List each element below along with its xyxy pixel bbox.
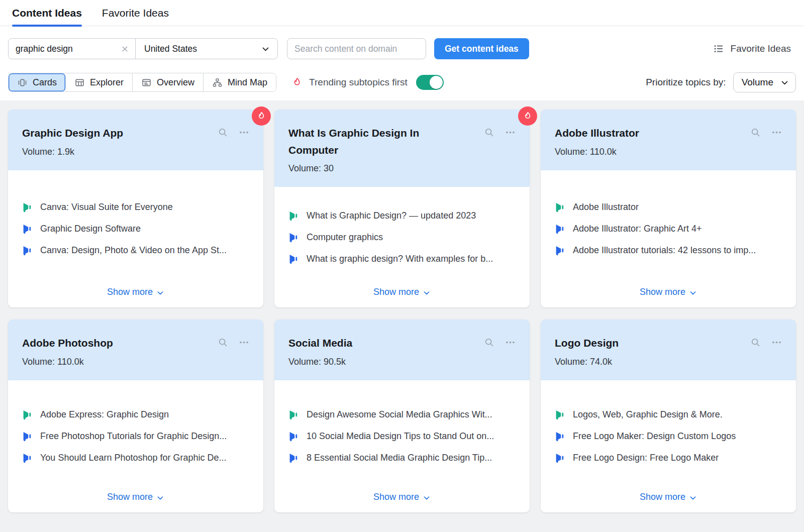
view-mindmap-button[interactable]: Mind Map	[204, 73, 276, 91]
card-header: Social Media Volume: 90.5k	[274, 320, 530, 380]
subtopic-headline[interactable]: Canva: Design, Photo & Video on the App …	[22, 245, 249, 256]
more-options-icon[interactable]	[771, 337, 782, 348]
megaphone-icon	[22, 224, 33, 234]
search-icon[interactable]	[750, 127, 761, 138]
show-more-link[interactable]: Show more	[555, 284, 782, 297]
topic-card: Logo Design Volume: 74.0k Logos, Web, Gr…	[541, 320, 796, 512]
megaphone-icon	[22, 202, 33, 212]
search-icon[interactable]	[484, 127, 494, 138]
subtopic-headline[interactable]: Adobe Express: Graphic Design	[22, 409, 249, 420]
search-toolbar: United States Get content ideas Favorite…	[8, 38, 796, 59]
keyword-search-input[interactable]	[16, 44, 117, 54]
chevron-down-icon	[261, 45, 270, 53]
subtopic-headline[interactable]: Design Awesome Social Media Graphics Wit…	[288, 409, 516, 420]
card-volume: Volume: 74.0k	[555, 357, 782, 367]
more-options-icon[interactable]	[239, 127, 249, 138]
chevron-down-icon	[156, 289, 164, 297]
chevron-down-icon	[689, 494, 697, 502]
subtopic-headline[interactable]: Computer graphics	[288, 232, 516, 243]
subtopic-headline[interactable]: Free Logo Maker: Design Custom Logos	[555, 431, 782, 442]
view-toggle: Cards Explorer Overview Mind Map	[8, 73, 276, 92]
domain-search-input[interactable]	[287, 38, 426, 59]
subtopic-headline[interactable]: What is graphic design? With examples fo…	[288, 254, 516, 264]
more-options-icon[interactable]	[505, 127, 516, 138]
cards-icon	[17, 77, 28, 88]
country-select[interactable]: United States	[136, 39, 277, 59]
chevron-down-icon	[423, 494, 431, 502]
megaphone-icon	[288, 210, 299, 221]
megaphone-icon	[555, 409, 565, 420]
chevron-down-icon	[780, 78, 789, 87]
prioritize-select[interactable]: Volume	[733, 72, 796, 92]
subtopic-headline[interactable]: Graphic Design Software	[22, 224, 249, 234]
subtopic-headline[interactable]: Logos, Web, Graphic Design & More.	[555, 409, 782, 420]
show-more-link[interactable]: Show more	[22, 284, 249, 297]
subtopic-headline[interactable]: Adobe Illustrator	[555, 202, 782, 212]
prioritize-select-value: Volume	[742, 77, 773, 88]
more-options-icon[interactable]	[239, 337, 249, 348]
trending-badge	[252, 107, 271, 126]
fire-icon	[291, 77, 303, 88]
view-overview-button[interactable]: Overview	[133, 73, 204, 91]
megaphone-icon	[288, 453, 299, 463]
search-icon[interactable]	[484, 337, 494, 348]
show-more-link[interactable]: Show more	[288, 284, 516, 297]
topic-card-grid: Graphic Design App Volume: 1.9k Canva: V…	[8, 110, 796, 512]
subtopic-headline[interactable]: 10 Social Media Design Tips to Stand Out…	[288, 431, 516, 442]
subtopic-headline[interactable]: Canva: Visual Suite for Everyone	[22, 202, 249, 212]
top-tab-bar: Content Ideas Favorite Ideas	[0, 0, 804, 26]
trending-badge	[518, 107, 537, 126]
subtopic-headline[interactable]: You Should Learn Photoshop for Graphic D…	[22, 453, 249, 463]
tab-favorite-ideas[interactable]: Favorite Ideas	[102, 7, 169, 26]
card-body: What is Graphic Design? — updated 2023 C…	[274, 187, 530, 307]
megaphone-icon	[555, 431, 565, 442]
more-options-icon[interactable]	[771, 127, 782, 138]
card-title: Adobe Illustrator	[555, 125, 639, 142]
subtopic-headline[interactable]: 8 Essential Social Media Graphic Design …	[288, 453, 516, 463]
country-select-value: United States	[144, 44, 197, 54]
subtopic-headline[interactable]: Free Logo Design: Free Logo Maker	[555, 453, 782, 463]
get-content-ideas-button[interactable]: Get content ideas	[434, 38, 529, 59]
card-header: Graphic Design App Volume: 1.9k	[8, 110, 263, 170]
card-title: What Is Graphic Design In Computer	[288, 125, 439, 158]
card-body: Canva: Visual Suite for Everyone Graphic…	[8, 170, 263, 307]
prioritize-label: Prioritize topics by:	[646, 77, 726, 88]
search-icon[interactable]	[750, 337, 761, 348]
card-volume: Volume: 110.0k	[22, 357, 249, 367]
view-explorer-button[interactable]: Explorer	[66, 73, 133, 91]
table-icon	[74, 77, 85, 88]
subtopic-headline[interactable]: What is Graphic Design? — updated 2023	[288, 210, 516, 221]
topic-card: Graphic Design App Volume: 1.9k Canva: V…	[8, 110, 263, 307]
view-cards-button[interactable]: Cards	[9, 73, 66, 91]
subtopic-headline[interactable]: Adobe Illustrator: Graphic Art 4+	[555, 224, 782, 234]
favorite-ideas-link[interactable]: Favorite Ideas	[713, 43, 796, 54]
subtopic-headline[interactable]: Adobe Illustrator tutorials: 42 lessons …	[555, 245, 782, 256]
search-icon[interactable]	[218, 337, 228, 348]
cards-area: Graphic Design App Volume: 1.9k Canva: V…	[0, 100, 804, 532]
topic-card: Adobe Photoshop Volume: 110.0k Adobe Exp…	[8, 320, 263, 512]
topic-research-page: Content Ideas Favorite Ideas United Stat…	[0, 0, 804, 532]
show-more-link[interactable]: Show more	[555, 489, 782, 502]
tab-content-ideas[interactable]: Content Ideas	[12, 7, 82, 26]
show-more-link[interactable]: Show more	[22, 489, 249, 502]
topic-card: Adobe Illustrator Volume: 110.0k Adobe I…	[541, 110, 796, 307]
show-more-link[interactable]: Show more	[288, 489, 516, 502]
card-title: Graphic Design App	[22, 125, 123, 142]
list-icon	[713, 43, 724, 54]
fire-icon	[523, 111, 533, 122]
card-volume: Volume: 110.0k	[555, 147, 782, 157]
megaphone-icon	[288, 409, 299, 420]
clear-search-icon[interactable]	[121, 45, 129, 53]
search-icon[interactable]	[218, 127, 228, 138]
trending-toggle[interactable]	[416, 75, 444, 90]
subtopic-headline[interactable]: Free Photoshop Tutorials for Graphic Des…	[22, 431, 249, 442]
card-volume: Volume: 90.5k	[288, 357, 516, 367]
card-volume: Volume: 30	[288, 163, 516, 174]
card-header: Logo Design Volume: 74.0k	[541, 320, 796, 380]
chevron-down-icon	[423, 289, 431, 297]
more-options-icon[interactable]	[505, 337, 516, 348]
card-volume: Volume: 1.9k	[22, 147, 249, 157]
card-header: Adobe Photoshop Volume: 110.0k	[8, 320, 263, 380]
topic-card: What Is Graphic Design In Computer Volum…	[274, 110, 530, 307]
card-body: Adobe Illustrator Adobe Illustrator: Gra…	[541, 170, 796, 307]
